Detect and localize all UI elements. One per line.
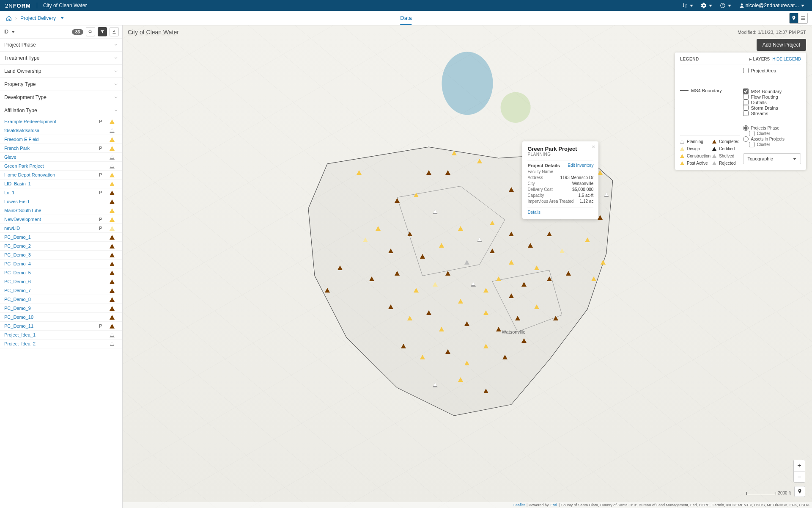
list-view-button[interactable]	[798, 13, 808, 24]
add-new-project-button[interactable]: Add New Project	[757, 39, 806, 51]
map-marker[interactable]	[401, 344, 406, 348]
map-marker[interactable]	[395, 271, 400, 276]
map-view-button[interactable]	[789, 13, 798, 24]
project-row[interactable]: PC_Demo_4	[0, 260, 122, 268]
tab-data[interactable]: Data	[400, 11, 411, 25]
map-marker[interactable]	[458, 226, 463, 231]
download-button[interactable]	[110, 27, 119, 36]
project-list[interactable]: Example Redevelopment P fdsafdsafdsafdsa…	[0, 117, 122, 508]
map-marker[interactable]	[464, 321, 469, 326]
project-link[interactable]: Lot 1	[4, 190, 95, 195]
radio-cluster[interactable]: Cluster	[743, 131, 801, 136]
map-marker[interactable]	[477, 159, 482, 163]
map-marker[interactable]	[483, 344, 488, 348]
project-link[interactable]: Project_Idea_2	[4, 341, 95, 346]
map-marker[interactable]	[458, 299, 463, 304]
project-link[interactable]: PC_Demo_11	[4, 323, 95, 329]
project-row[interactable]: PC_Demo_9	[0, 304, 122, 313]
project-link[interactable]: PC_Demo_6	[4, 279, 95, 284]
project-row[interactable]: MainStSouthTube	[0, 206, 122, 215]
map-marker[interactable]	[464, 361, 469, 365]
map-marker[interactable]	[502, 355, 508, 359]
project-row[interactable]: Project_Idea_1	[0, 331, 122, 340]
zoom-out-button[interactable]: −	[794, 471, 805, 482]
layer-toggle-flow routing[interactable]: Flow Routing	[743, 94, 801, 99]
project-link[interactable]: Green Park Project	[4, 163, 95, 168]
map-marker[interactable]	[407, 316, 412, 320]
filter-project phase[interactable]: Project Phase	[0, 39, 122, 51]
edit-inventory-link[interactable]: Edit Inventory	[568, 163, 593, 168]
project-row[interactable]: Lot 1 P	[0, 188, 122, 197]
breadcrumb-page[interactable]: Project Delivery	[20, 15, 56, 21]
project-link[interactable]: fdsafdsafdsafdsa	[4, 128, 95, 133]
project-link[interactable]: Example Redevelopment	[4, 119, 95, 124]
project-link[interactable]: PC_Demo_4	[4, 261, 95, 266]
project-link[interactable]: MainStSouthTube	[4, 208, 95, 213]
basemap-select[interactable]: Topographic	[743, 153, 801, 164]
map-marker[interactable]	[363, 237, 368, 242]
map-marker[interactable]	[388, 304, 393, 309]
map-marker[interactable]	[464, 260, 469, 265]
zoom-in-button[interactable]: +	[794, 460, 805, 471]
map-marker[interactable]	[585, 237, 590, 242]
map-marker[interactable]	[521, 338, 527, 343]
map-marker[interactable]	[420, 254, 425, 259]
project-link[interactable]: PC_Demo_9	[4, 306, 95, 311]
radio-projects phase[interactable]: Projects Phase	[743, 125, 801, 131]
map-marker[interactable]	[471, 282, 476, 287]
project-link[interactable]: newLID	[4, 226, 95, 231]
map-marker[interactable]	[376, 226, 381, 231]
map-marker[interactable]	[426, 310, 431, 315]
map-marker[interactable]	[439, 327, 444, 331]
map-marker[interactable]	[490, 221, 495, 225]
map-marker[interactable]	[357, 170, 362, 175]
map-marker[interactable]	[395, 198, 400, 203]
map-marker[interactable]	[534, 304, 539, 309]
map-marker[interactable]	[509, 232, 514, 236]
layer-toggle-streams[interactable]: Streams	[743, 110, 801, 116]
leaflet-link[interactable]: Leaflet	[513, 503, 525, 507]
map-marker[interactable]	[604, 193, 609, 197]
project-row[interactable]: PC_Demo_6	[0, 277, 122, 286]
map-marker[interactable]	[496, 327, 501, 331]
popup-close-icon[interactable]: ×	[592, 144, 595, 150]
project-row[interactable]: Green Park Project	[0, 162, 122, 171]
layers-toggle[interactable]: ▸ LAYERS	[749, 57, 770, 61]
project-row[interactable]: PC_Demo_11 P	[0, 322, 122, 331]
map-marker[interactable]	[509, 293, 514, 298]
map-marker[interactable]	[433, 282, 438, 287]
radio-cluster[interactable]: Cluster	[743, 142, 801, 147]
map-marker[interactable]	[483, 389, 488, 393]
filter-treatment type[interactable]: Treatment Type	[0, 51, 122, 64]
project-link[interactable]: NewDevelopment	[4, 217, 95, 222]
map-marker[interactable]	[369, 276, 374, 281]
project-link[interactable]: Freedom E Field	[4, 137, 95, 142]
settings-menu[interactable]	[698, 3, 715, 8]
project-link[interactable]: PC_Demo_2	[4, 243, 95, 248]
project-row[interactable]: NewDevelopment P	[0, 215, 122, 224]
map-marker[interactable]	[515, 316, 520, 320]
project-link[interactable]: PC_Demo_8	[4, 297, 95, 302]
project-row[interactable]: PC_Demo_7	[0, 286, 122, 295]
map-marker[interactable]	[509, 260, 514, 265]
project-row[interactable]: Project_Idea_2	[0, 340, 122, 348]
map-marker[interactable]	[433, 210, 438, 214]
project-row[interactable]: Freedom E Field	[0, 135, 122, 144]
project-row[interactable]: Lowes Field	[0, 197, 122, 206]
map-marker[interactable]	[566, 271, 571, 276]
project-row[interactable]: PC_Demo_10	[0, 313, 122, 322]
map-marker[interactable]	[452, 151, 457, 155]
help-menu[interactable]: ?	[717, 3, 734, 8]
layer-toggle-outfalls[interactable]: Outfalls	[743, 99, 801, 105]
map-marker[interactable]	[509, 187, 514, 192]
map-marker[interactable]	[591, 276, 596, 281]
project-link[interactable]: Glave	[4, 155, 95, 160]
project-link[interactable]: Project_Idea_1	[4, 332, 95, 337]
search-button[interactable]	[86, 27, 95, 36]
layer-toggle-project area[interactable]: Project Area	[743, 68, 801, 73]
map-marker[interactable]	[426, 170, 431, 175]
locate-button[interactable]	[794, 486, 805, 497]
map-marker[interactable]	[483, 310, 488, 315]
filter-button[interactable]	[98, 27, 107, 36]
breadcrumb-caret-icon[interactable]	[60, 17, 64, 19]
